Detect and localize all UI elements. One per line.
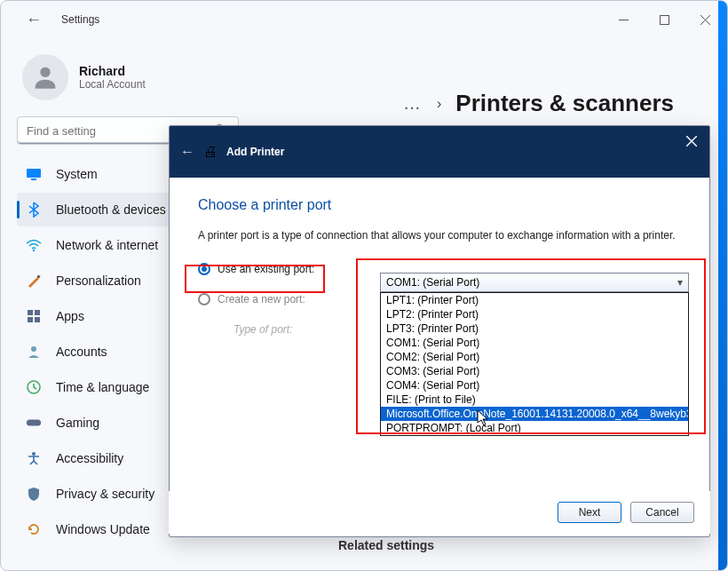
related-settings-heading: Related settings [338,538,434,552]
sidebar-item-label: Accessibility [56,451,123,465]
sidebar-item-label: Gaming [56,416,99,430]
printer-icon: 🖨 [203,144,218,160]
svg-point-16 [32,452,36,456]
radio-existing-label: Use an existing port: [218,263,314,275]
system-icon [26,166,42,182]
settings-window: ← Settings Richard Local Account 🔍 [0,0,728,571]
network-icon [26,237,42,253]
minimize-button[interactable] [603,5,644,34]
port-option[interactable]: PORTPROMPT: (Local Port) [381,421,688,435]
personalization-icon [26,273,42,289]
cancel-button[interactable]: Cancel [630,502,694,523]
dialog-description: A printer port is a type of connection t… [198,229,681,242]
svg-rect-5 [27,169,41,178]
dialog-back-icon[interactable]: ← [180,144,194,160]
sidebar-item-label: System [56,167,98,181]
back-icon[interactable]: ← [26,11,42,29]
svg-rect-9 [28,310,33,315]
sidebar-item-label: Network & internet [56,238,158,252]
port-combobox[interactable]: COM1: (Serial Port) ▾ [380,273,689,292]
port-option[interactable]: LPT2: (Printer Port) [381,307,688,321]
svg-point-4 [40,67,50,77]
dialog-header: ← 🖨 Add Printer [170,126,709,178]
sidebar-item-label: Privacy & security [56,487,154,501]
svg-rect-12 [35,317,40,322]
port-option[interactable]: LPT1: (Printer Port) [381,293,688,307]
port-option[interactable]: COM2: (Serial Port) [381,350,688,364]
port-option[interactable]: Microsoft.Office.OneNote_16001.14131.200… [381,407,688,421]
sidebar-item-label: Bluetooth & devices [56,202,166,217]
port-option[interactable]: LPT3: (Printer Port) [381,321,688,336]
next-button[interactable]: Next [558,502,621,523]
svg-rect-6 [31,178,36,180]
port-option[interactable]: COM4: (Serial Port) [381,378,688,393]
window-controls [603,5,725,34]
titlebar: ← Settings [1,1,727,38]
user-tile[interactable]: Richard Local Account [17,54,250,100]
time-icon [26,379,42,395]
sidebar-item-label: Apps [56,309,84,323]
bluetooth-icon [26,202,42,218]
radio-icon [198,293,210,305]
svg-rect-1 [660,15,669,24]
chevron-down-icon: ▾ [677,276,683,289]
user-name: Richard [79,64,146,78]
sidebar-item-label: Time & language [56,380,149,394]
chevron-right-icon: › [437,96,441,112]
update-icon [26,521,42,537]
sidebar-item-label: Personalization [56,274,141,288]
breadcrumb-dots[interactable]: … [403,93,423,114]
sidebar-item-label: Accounts [56,345,107,359]
dialog-heading: Choose a printer port [198,197,681,213]
gaming-icon [26,415,42,431]
port-option[interactable]: FILE: (Print to File) [381,393,688,407]
dialog-title: Add Printer [226,146,284,158]
accounts-icon [26,344,42,360]
port-dropdown-list[interactable]: LPT1: (Printer Port)LPT2: (Printer Port)… [380,292,689,436]
radio-icon [198,263,210,275]
svg-point-7 [33,250,35,251]
sidebar-item-label: Windows Update [56,522,150,536]
maximize-button[interactable] [644,5,684,34]
svg-rect-15 [27,419,41,425]
port-option[interactable]: COM1: (Serial Port) [381,336,688,350]
port-option[interactable]: COM3: (Serial Port) [381,364,688,378]
user-sub: Local Account [79,78,146,91]
radio-new-label: Create a new port: [218,293,305,305]
dialog-footer: Next Cancel [169,491,710,534]
window-title: Settings [61,13,99,26]
svg-point-13 [31,346,36,352]
avatar [22,54,68,100]
accessibility-icon [26,450,42,466]
svg-rect-10 [35,310,40,315]
breadcrumb: … › Printers & scanners [263,90,700,117]
dialog-close-button[interactable] [681,131,702,151]
desktop-edge [718,1,727,570]
apps-icon [26,308,42,324]
svg-rect-11 [28,317,33,322]
page-title: Printers & scanners [455,90,674,117]
privacy-icon [26,486,42,502]
port-selected-value: COM1: (Serial Port) [386,276,479,289]
